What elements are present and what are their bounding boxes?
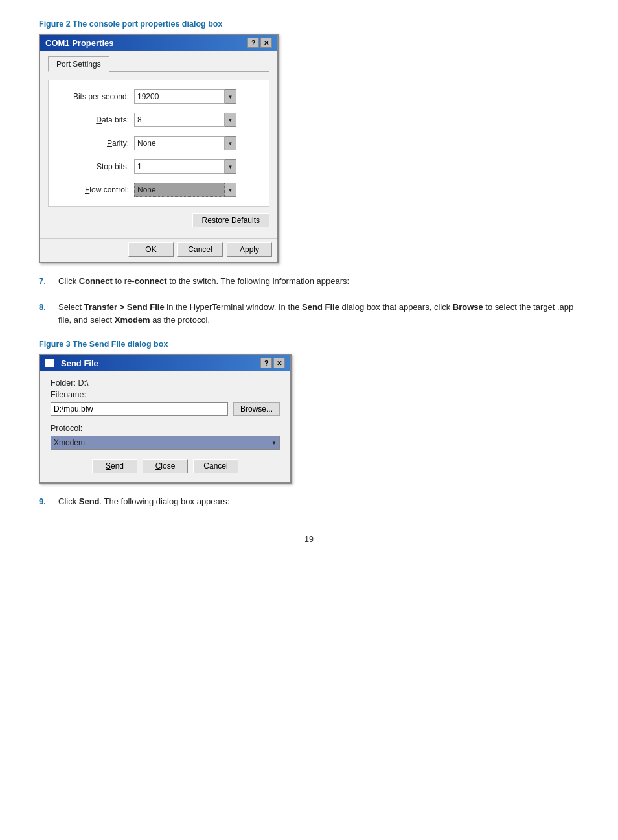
flow-control-arrow[interactable]: ▼ (225, 183, 236, 197)
tab-bar: Port Settings (48, 56, 269, 72)
restore-defaults-button[interactable]: RRestore Defaultsestore Defaults (192, 213, 269, 228)
browse-button[interactable]: Browse... (233, 402, 280, 416)
stop-bits-row: Stop bits: 1 ▼ (56, 159, 261, 174)
restore-defaults-row: RRestore Defaultsestore Defaults (48, 213, 269, 228)
title-controls: ? ✕ (247, 38, 272, 48)
port-settings-tab[interactable]: Port Settings (48, 56, 109, 72)
send-button[interactable]: Send (92, 459, 137, 473)
step7-text: Click Connect to re-connect to the switc… (58, 275, 349, 288)
send-file-close-button[interactable]: ✕ (273, 358, 285, 368)
folder-label: Folder: D:\ (51, 379, 280, 388)
stop-bits-select[interactable]: 1 (134, 159, 225, 174)
bits-per-second-arrow[interactable]: ▼ (225, 89, 236, 104)
figure3-caption: Figure 3 The Send File dialog box (39, 340, 579, 349)
close-button[interactable]: ✕ (260, 38, 272, 48)
step9-text: Click Send. The following dialog box app… (58, 495, 229, 508)
dialog-title-bar: COM1 Properties ? ✕ (40, 35, 277, 51)
protocol-value: Xmodem (54, 438, 85, 447)
send-file-body: Folder: D:\ Filename: Browse... Protocol… (40, 371, 290, 482)
step8-number: 8. (39, 301, 58, 327)
bits-per-second-label: Bits per second: (56, 92, 134, 101)
send-footer: Send Close Cancel (51, 459, 280, 473)
send-file-dialog: Send File ? ✕ Folder: D:\ Filename: Brow… (39, 354, 292, 484)
send-file-title-bar: Send File ? ✕ (40, 355, 290, 371)
filename-label: Filename: (51, 390, 280, 399)
step9: 9. Click Send. The following dialog box … (39, 495, 579, 508)
send-file-title-text: Send File (45, 358, 98, 368)
data-bits-row: Data bits: 8 ▼ (56, 113, 261, 127)
flow-control-label: Flow control: (56, 185, 134, 194)
send-file-help-button[interactable]: ? (260, 358, 272, 368)
parity-arrow[interactable]: ▼ (225, 136, 236, 150)
figure2-caption: Figure 2 The console port properties dia… (39, 19, 579, 29)
stop-bits-arrow[interactable]: ▼ (225, 159, 236, 174)
data-bits-label: Data bits: (56, 115, 134, 124)
bits-per-second-select-wrapper: 19200 ▼ (134, 89, 261, 104)
bits-per-second-select[interactable]: 19200 (134, 89, 225, 104)
send-cancel-button[interactable]: Cancel (193, 459, 238, 473)
dialog-footer: OK Cancel Apply (40, 238, 277, 262)
step8: 8. Select Transfer > Send File in the Hy… (39, 301, 579, 327)
protocol-select-row: Xmodem ▼ (51, 436, 280, 450)
protocol-arrow[interactable]: ▼ (271, 440, 277, 446)
data-bits-arrow[interactable]: ▼ (225, 113, 236, 127)
flow-control-row: Flow control: None ▼ (56, 183, 261, 197)
step9-number: 9. (39, 495, 58, 508)
stop-bits-select-wrapper: 1 ▼ (134, 159, 261, 174)
step7-number: 7. (39, 275, 58, 288)
dialog-title-text: COM1 Properties (45, 38, 113, 48)
step7: 7. Click Connect to re-connect to the sw… (39, 275, 579, 288)
protocol-label: Protocol: (51, 424, 280, 433)
ok-button[interactable]: OK (128, 242, 174, 257)
apply-button[interactable]: Apply (227, 242, 272, 257)
flow-control-select-wrapper: None ▼ (134, 183, 261, 197)
parity-select-wrapper: None ▼ (134, 136, 261, 150)
dialog-body: Port Settings Bits per second: 19200 ▼ D… (40, 51, 277, 235)
page-number: 19 (39, 535, 579, 544)
parity-label: Parity: (56, 139, 134, 148)
filename-input[interactable] (51, 402, 228, 416)
form-section: Bits per second: 19200 ▼ Data bits: 8 (48, 80, 269, 207)
send-file-title-controls: ? ✕ (260, 358, 285, 368)
parity-select[interactable]: None (134, 136, 225, 150)
bits-per-second-row: Bits per second: 19200 ▼ (56, 89, 261, 104)
help-button[interactable]: ? (247, 38, 259, 48)
filename-row: Browse... (51, 402, 280, 416)
com1-properties-dialog: COM1 Properties ? ✕ Port Settings Bits p… (39, 34, 279, 263)
send-file-icon (45, 359, 54, 367)
protocol-select[interactable]: Xmodem ▼ (51, 436, 280, 450)
close-button[interactable]: Close (143, 459, 188, 473)
parity-row: Parity: None ▼ (56, 136, 261, 150)
step8-text: Select Transfer > Send File in the Hyper… (58, 301, 579, 327)
flow-control-select[interactable]: None (134, 183, 225, 197)
cancel-button[interactable]: Cancel (177, 242, 223, 257)
data-bits-select-wrapper: 8 ▼ (134, 113, 261, 127)
stop-bits-label: Stop bits: (56, 162, 134, 171)
data-bits-select[interactable]: 8 (134, 113, 225, 127)
